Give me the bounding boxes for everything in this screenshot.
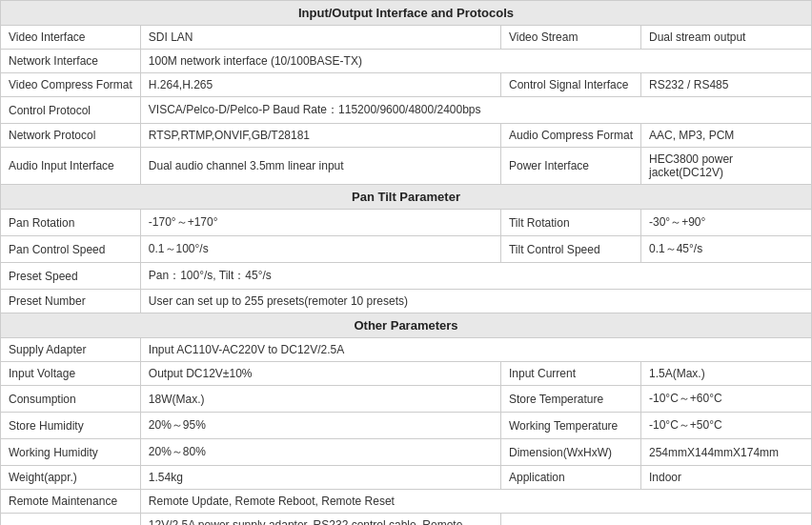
label: Store Temperature	[500, 386, 640, 413]
table-row: Control Protocol VISCA/Pelco-D/Pelco-P B…	[1, 97, 812, 124]
value: User can set up to 255 presets(remoter 1…	[140, 290, 811, 313]
value: Dual stream output	[641, 26, 812, 50]
table-row: Pan Control Speed 0.1～100°/s Tilt Contro…	[1, 236, 812, 263]
value: RTSP,RTMP,ONVIF,GB/T28181	[140, 124, 500, 148]
label: Dimension(WxHxW)	[500, 439, 640, 466]
table-row: Pan Rotation -170°～+170° Tilt Rotation -…	[1, 210, 812, 236]
value: 20%～95%	[140, 413, 500, 439]
value: -10°C～+50°C	[641, 413, 812, 439]
label: Working Temperature	[500, 413, 640, 439]
label: Weight(appr.)	[1, 466, 141, 490]
table-row: Network Interface 100M network interface…	[1, 50, 812, 73]
label: Tilt Rotation	[500, 210, 640, 236]
value: AAC, MP3, PCM	[641, 124, 812, 148]
pantilt-section-header: Pan Tilt Parameter	[1, 185, 812, 210]
value: Indoor	[641, 466, 812, 490]
label: Video Interface	[1, 26, 141, 50]
value: -170°～+170°	[140, 210, 500, 236]
table-row: Consumption 18W(Max.) Store Temperature …	[1, 386, 812, 413]
value: 254mmX144mmX174mm	[641, 439, 812, 466]
value: VISCA/Pelco-D/Pelco-P Baud Rate：115200/9…	[140, 97, 811, 124]
value: 1.5A(Max.)	[641, 362, 812, 386]
label: Application	[500, 466, 640, 490]
table-row: Network Protocol RTSP,RTMP,ONVIF,GB/T281…	[1, 124, 812, 148]
value: SDI LAN	[140, 26, 500, 50]
table-row: Weight(appr.) 1.54kg Application Indoor	[1, 466, 812, 490]
table-row: Preset Speed Pan：100°/s, Tilt：45°/s	[1, 263, 812, 290]
table-row: Audio Input Interface Dual audio channel…	[1, 148, 812, 185]
value: -10°C～+60°C	[641, 386, 812, 413]
value: 0.1～100°/s	[140, 236, 500, 263]
table-row: Video Interface SDI LAN Video Stream Dua…	[1, 26, 812, 50]
value: 20%～80%	[140, 439, 500, 466]
value: 100M network interface (10/100BASE-TX)	[140, 50, 811, 73]
label: Video Compress Format	[1, 73, 141, 97]
table-row: Store Humidity 20%～95% Working Temperatu…	[1, 413, 812, 439]
value: Pan：100°/s, Tilt：45°/s	[140, 263, 811, 290]
value: Output DC12V±10%	[140, 362, 500, 386]
label: Network Protocol	[1, 124, 141, 148]
label: Control Protocol	[1, 97, 141, 124]
label: Accessory	[1, 514, 141, 526]
label: Pan Rotation	[1, 210, 141, 236]
table-row: Video Compress Format H.264,H.265 Contro…	[1, 73, 812, 97]
value: RS232 / RS485	[641, 73, 812, 97]
table-row: Working Humidity 20%～80% Dimension(WxHxW…	[1, 439, 812, 466]
label: Input Voltage	[1, 362, 141, 386]
label: Audio Compress Format	[500, 124, 640, 148]
value: -30°～+90°	[641, 210, 812, 236]
value: Remote Update, Remote Reboot, Remote Res…	[140, 490, 811, 514]
table-row: Preset Number User can set up to 255 pre…	[1, 290, 812, 313]
label: Working Humidity	[1, 439, 141, 466]
label: Pan Control Speed	[1, 236, 141, 263]
value: H.264,H.265	[140, 73, 500, 97]
table-row: Supply Adapter Input AC110V-AC220V to DC…	[1, 338, 812, 362]
label: Power Interface	[500, 148, 640, 185]
label: Preset Speed	[1, 263, 141, 290]
other-section-header: Other Parameters	[1, 313, 812, 338]
label: Consumption	[1, 386, 141, 413]
value: Manual, Warranty Card	[500, 514, 811, 526]
label: Supply Adapter	[1, 338, 141, 362]
label: Store Humidity	[1, 413, 141, 439]
label: Preset Number	[1, 290, 141, 313]
value: 18W(Max.)	[140, 386, 500, 413]
value: Dual audio channel 3.5mm linear input	[140, 148, 500, 185]
table-row: Remote Maintenance Remote Update, Remote…	[1, 490, 812, 514]
value: HEC3800 power jacket(DC12V)	[641, 148, 812, 185]
specs-table: Input/Output Interface and Protocols Vid…	[0, 0, 812, 525]
io-section-header: Input/Output Interface and Protocols	[1, 1, 812, 26]
label: Network Interface	[1, 50, 141, 73]
value: 1.54kg	[140, 466, 500, 490]
value: 0.1～45°/s	[641, 236, 812, 263]
table-row: Accessory 12V/2.5A power supply adapter,…	[1, 514, 812, 526]
label: Video Stream	[500, 26, 640, 50]
value: Input AC110V-AC220V to DC12V/2.5A	[140, 338, 811, 362]
table-row: Input Voltage Output DC12V±10% Input Cur…	[1, 362, 812, 386]
label: Input Current	[500, 362, 640, 386]
label: Audio Input Interface	[1, 148, 141, 185]
value: 12V/2.5A power supply adapter, RS232 con…	[140, 514, 500, 526]
label: Remote Maintenance	[1, 490, 141, 514]
label: Control Signal Interface	[500, 73, 640, 97]
label: Tilt Control Speed	[500, 236, 640, 263]
